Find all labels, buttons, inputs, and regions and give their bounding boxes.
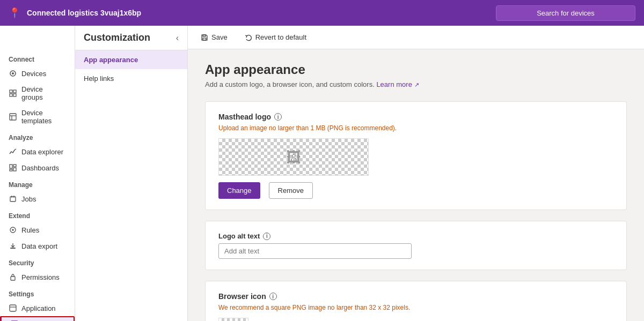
sidebar-item-dashboards[interactable]: Dashboards <box>0 160 75 176</box>
svg-rect-4 <box>10 94 12 96</box>
logo-alt-text-info-icon[interactable]: i <box>263 233 270 240</box>
sidebar: Connect Devices Device groups Device tem… <box>0 26 75 321</box>
mid-nav-app-appearance[interactable]: App appearance <box>75 50 187 69</box>
sidebar-item-permissions[interactable]: Permissions <box>0 269 75 285</box>
masthead-logo-remove-button[interactable]: Remove <box>269 182 313 199</box>
external-link-icon: ↗ <box>414 81 419 88</box>
page-subtitle: Add a custom logo, a browser icon, and c… <box>205 80 627 88</box>
revert-icon <box>245 34 252 41</box>
device-groups-icon <box>9 89 17 98</box>
masthead-logo-hint: Upload an image no larger than 1 MB (PNG… <box>218 124 613 132</box>
sidebar-item-jobs[interactable]: Jobs <box>0 191 75 207</box>
browser-icon-hint: We recommend a square PNG image no large… <box>218 304 613 311</box>
main-content: Save Revert to default App appearance Ad… <box>188 26 644 321</box>
sidebar-item-devices[interactable]: Devices <box>0 65 75 81</box>
svg-rect-12 <box>13 168 16 171</box>
data-export-icon <box>9 242 17 250</box>
main-layout: Connect Devices Device groups Device tem… <box>0 26 644 321</box>
search-bar[interactable]: Search for devices <box>496 5 635 21</box>
sidebar-item-device-groups[interactable]: Device groups <box>0 81 75 105</box>
svg-rect-3 <box>13 90 16 93</box>
mid-panel: Customization ‹ App appearance Help link… <box>75 26 188 321</box>
sidebar-item-customization[interactable]: Customization <box>0 316 75 321</box>
hamburger-menu-button[interactable] <box>6 34 20 46</box>
save-button[interactable]: Save <box>196 31 232 43</box>
masthead-logo-placeholder-icon: 🖼 <box>286 148 301 166</box>
collapse-panel-button[interactable]: ‹ <box>176 33 179 43</box>
svg-rect-27 <box>203 38 206 40</box>
permissions-icon <box>9 273 17 281</box>
revert-button[interactable]: Revert to default <box>240 31 311 43</box>
svg-rect-11 <box>10 169 12 171</box>
sidebar-item-device-templates[interactable]: Device templates <box>0 105 75 129</box>
svg-rect-19 <box>10 248 16 249</box>
section-extend: Extend <box>0 207 75 222</box>
svg-rect-13 <box>10 197 16 201</box>
svg-rect-28 <box>203 35 206 36</box>
device-templates-icon <box>9 113 17 121</box>
jobs-icon <box>9 195 17 203</box>
sidebar-item-data-explorer[interactable]: Data explorer <box>0 144 75 160</box>
page-title: App appearance <box>205 62 627 77</box>
masthead-logo-actions: Change Remove <box>218 182 613 199</box>
sidebar-item-data-export[interactable]: Data export <box>0 238 75 254</box>
browser-icon-preview: 📍 <box>218 318 248 321</box>
devices-icon <box>9 69 17 78</box>
browser-icon-section: Browser icon i We recommend a square PNG… <box>205 281 627 321</box>
svg-rect-10 <box>13 165 16 167</box>
application-icon <box>9 304 17 312</box>
section-analyze: Analyze <box>0 129 75 144</box>
masthead-logo-info-icon[interactable]: i <box>274 113 282 121</box>
svg-rect-6 <box>10 114 16 120</box>
section-manage: Manage <box>0 176 75 191</box>
content-area: App appearance Add a custom logo, a brow… <box>188 49 644 321</box>
section-settings: Settings <box>0 285 75 300</box>
topbar: 📍 Connected logistics 3vuaj1x6bp Search … <box>0 0 644 26</box>
data-explorer-icon <box>9 147 17 156</box>
masthead-logo-change-button[interactable]: Change <box>218 182 260 199</box>
browser-icon-info-icon[interactable]: i <box>269 293 277 300</box>
svg-rect-9 <box>10 165 12 168</box>
svg-rect-20 <box>11 277 15 280</box>
mid-panel-header: Customization ‹ <box>75 26 187 50</box>
app-title: Connected logistics 3vuaj1x6bp <box>27 9 141 17</box>
masthead-logo-section: Masthead logo i Upload an image no large… <box>205 101 627 210</box>
svg-point-1 <box>12 72 14 74</box>
toolbar: Save Revert to default <box>188 26 644 49</box>
sidebar-item-rules[interactable]: Rules <box>0 222 75 238</box>
section-security: Security <box>0 254 75 269</box>
dashboards-icon <box>9 163 17 172</box>
section-connect: Connect <box>0 50 75 65</box>
logo-alt-text-input[interactable] <box>218 243 412 259</box>
mid-nav-help-links[interactable]: Help links <box>75 69 187 88</box>
sidebar-item-application[interactable]: Application <box>0 300 75 316</box>
location-pin-icon: 📍 <box>9 7 20 19</box>
svg-rect-5 <box>13 94 16 96</box>
masthead-logo-heading: Masthead logo i <box>218 113 613 121</box>
logo-alt-text-section: Logo alt text i <box>205 221 627 270</box>
browser-icon-heading: Browser icon i <box>218 292 613 301</box>
svg-rect-2 <box>10 90 12 93</box>
logo-alt-text-label: Logo alt text i <box>218 232 613 240</box>
mid-panel-title: Customization <box>84 32 150 43</box>
rules-icon <box>9 226 17 234</box>
masthead-logo-preview: 🖼 <box>218 138 369 176</box>
save-icon <box>201 34 208 41</box>
svg-rect-21 <box>10 305 16 311</box>
learn-more-link[interactable]: Learn more ↗ <box>376 80 419 88</box>
